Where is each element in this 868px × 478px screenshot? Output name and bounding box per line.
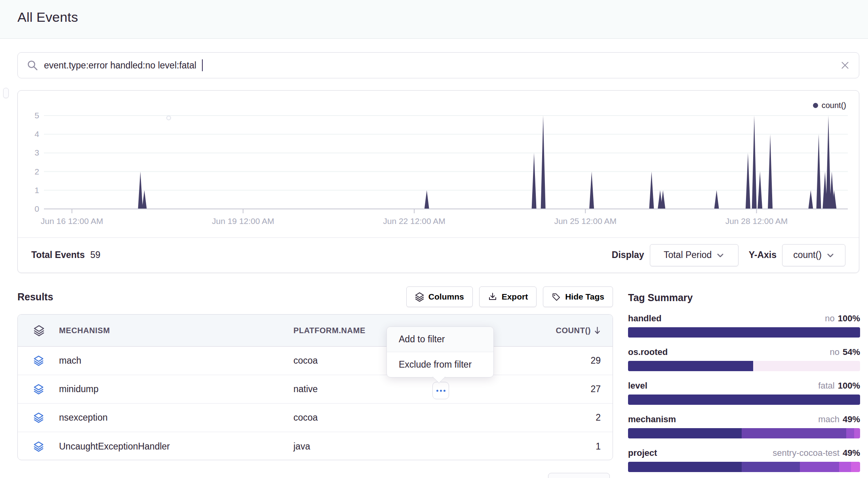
tag-bar-segment[interactable] xyxy=(839,462,851,472)
tag-bar-segment[interactable] xyxy=(628,395,860,405)
svg-text:5: 5 xyxy=(34,111,39,120)
export-button-label: Export xyxy=(502,292,528,302)
tag-summary: Tag Summary handled no 100% os.rooted no… xyxy=(628,292,860,472)
chart-footer: Total Events 59 Display Total Period Y-A… xyxy=(18,237,859,272)
tag-bar-segment[interactable] xyxy=(742,462,800,472)
tag-top-value: no xyxy=(825,313,834,324)
tag-top-value: no xyxy=(830,347,839,357)
table-row[interactable]: UncaughtExceptionHandler java 1 xyxy=(18,432,613,460)
table-row[interactable]: minidump native 27 xyxy=(18,375,613,404)
layers-stack-icon xyxy=(34,441,59,452)
count-header-label: COUNT() xyxy=(556,326,591,335)
tag-top-value: sentry-cocoa-test xyxy=(773,448,839,458)
svg-text:2: 2 xyxy=(34,167,39,176)
chart-legend[interactable]: count() xyxy=(813,101,846,110)
cell-count[interactable]: 2 xyxy=(525,412,601,423)
cell-count[interactable]: 1 xyxy=(525,441,601,452)
tag-bar-segment[interactable] xyxy=(628,428,742,438)
tag-bar-segment[interactable] xyxy=(628,327,860,338)
results-title: Results xyxy=(17,291,53,303)
pagination-buttons[interactable] xyxy=(548,473,610,478)
layers-stack-icon xyxy=(34,412,59,423)
yaxis-label: Y-Axis xyxy=(749,250,777,260)
columns-button[interactable]: Columns xyxy=(406,286,473,307)
cell-count[interactable]: 27 xyxy=(525,384,601,395)
cell-mechanism[interactable]: nsexception xyxy=(59,412,293,423)
tag-percent: 54% xyxy=(843,347,860,357)
layers-stack-icon xyxy=(415,292,424,302)
tag-distribution-bar[interactable] xyxy=(628,428,860,438)
results-header: Results Columns Export Hide Tags xyxy=(17,286,613,307)
tag-distribution-bar[interactable] xyxy=(628,462,860,472)
tag-bar-segment[interactable] xyxy=(854,428,860,438)
yaxis-dropdown[interactable]: count() xyxy=(782,244,845,266)
display-dropdown-value: Total Period xyxy=(664,250,712,260)
svg-text:Jun 19 12:00 AM: Jun 19 12:00 AM xyxy=(212,216,274,226)
hide-tags-button[interactable]: Hide Tags xyxy=(543,286,613,307)
layers-stack-icon xyxy=(34,325,59,336)
cell-context-menu: Add to filter Exclude from filter xyxy=(386,326,494,377)
table-row[interactable]: nsexception cocoa 2 xyxy=(18,404,613,432)
tag-icon xyxy=(552,292,561,302)
cell-actions-button[interactable] xyxy=(432,382,449,399)
svg-text:Jun 28 12:00 AM: Jun 28 12:00 AM xyxy=(725,216,788,226)
cell-platform[interactable]: java xyxy=(293,441,525,452)
chevron-down-icon xyxy=(716,251,724,259)
svg-text:1: 1 xyxy=(34,186,39,195)
layers-stack-icon xyxy=(34,384,59,395)
tag-distribution-bar[interactable] xyxy=(628,327,860,338)
table-row[interactable]: mach cocoa 29 xyxy=(18,347,613,375)
tag-bar-segment[interactable] xyxy=(742,428,846,438)
search-input[interactable]: event.type:error handled:no level:fatal xyxy=(44,60,196,71)
resize-handle[interactable] xyxy=(3,88,9,98)
tag-summary-title: Tag Summary xyxy=(628,292,860,303)
tag-bar-segment[interactable] xyxy=(628,462,742,472)
tag-block-level: level fatal 100% xyxy=(628,380,860,405)
yaxis-dropdown-value: count() xyxy=(793,250,822,260)
tag-percent: 49% xyxy=(843,414,860,425)
cell-mechanism[interactable]: UncaughtExceptionHandler xyxy=(59,441,293,452)
column-header-mechanism[interactable]: MECHANISM xyxy=(59,326,293,335)
cell-mechanism[interactable]: minidump xyxy=(59,384,293,395)
cell-count[interactable]: 29 xyxy=(525,355,601,366)
tag-block-mechanism: mechanism mach 49% xyxy=(628,414,860,438)
legend-label: count() xyxy=(822,101,846,110)
events-chart-panel: Jun 16 12:00 AMJun 19 12:00 AMJun 22 12:… xyxy=(17,90,859,273)
tag-distribution-bar[interactable] xyxy=(628,361,860,371)
menu-item-add-to-filter[interactable]: Add to filter xyxy=(387,327,493,352)
search-bar[interactable]: event.type:error handled:no level:fatal xyxy=(17,52,859,78)
tag-block-os-rooted: os.rooted no 54% xyxy=(628,347,860,371)
tag-block-handled: handled no 100% xyxy=(628,313,860,338)
tag-bar-segment[interactable] xyxy=(800,462,839,472)
total-events-value: 59 xyxy=(90,250,101,260)
tag-name: handled xyxy=(628,313,661,324)
clear-search-button[interactable] xyxy=(840,60,850,70)
display-dropdown[interactable]: Total Period xyxy=(650,244,739,266)
tag-name: os.rooted xyxy=(628,347,668,357)
column-header-count[interactable]: COUNT() xyxy=(525,326,601,335)
hide-tags-button-label: Hide Tags xyxy=(565,292,604,302)
page-header xyxy=(0,0,868,39)
tag-bar-segment[interactable] xyxy=(846,428,855,438)
cell-mechanism[interactable]: mach xyxy=(59,355,293,366)
tag-bar-segment[interactable] xyxy=(753,361,860,371)
tag-bar-segment[interactable] xyxy=(628,361,753,371)
tag-distribution-bar[interactable] xyxy=(628,395,860,405)
columns-button-label: Columns xyxy=(428,292,464,302)
chevron-down-icon xyxy=(826,251,834,259)
search-icon xyxy=(27,59,38,71)
export-button[interactable]: Export xyxy=(479,286,537,307)
ellipsis-icon xyxy=(444,390,445,392)
ellipsis-icon xyxy=(440,390,442,392)
cell-platform[interactable]: native xyxy=(293,384,525,395)
svg-text:Jun 25 12:00 AM: Jun 25 12:00 AM xyxy=(554,216,617,226)
table-header-row: MECHANISM PLATFORM.NAME COUNT() xyxy=(18,315,613,347)
tag-bar-segment[interactable] xyxy=(851,462,860,472)
tag-percent: 49% xyxy=(843,448,860,458)
tag-name: level xyxy=(628,380,647,391)
cell-platform[interactable]: cocoa xyxy=(293,412,525,423)
tag-percent: 100% xyxy=(838,380,860,391)
tag-top-value: fatal xyxy=(818,380,835,391)
events-area-chart[interactable]: Jun 16 12:00 AMJun 19 12:00 AMJun 22 12:… xyxy=(18,91,859,237)
svg-text:3: 3 xyxy=(34,148,39,157)
